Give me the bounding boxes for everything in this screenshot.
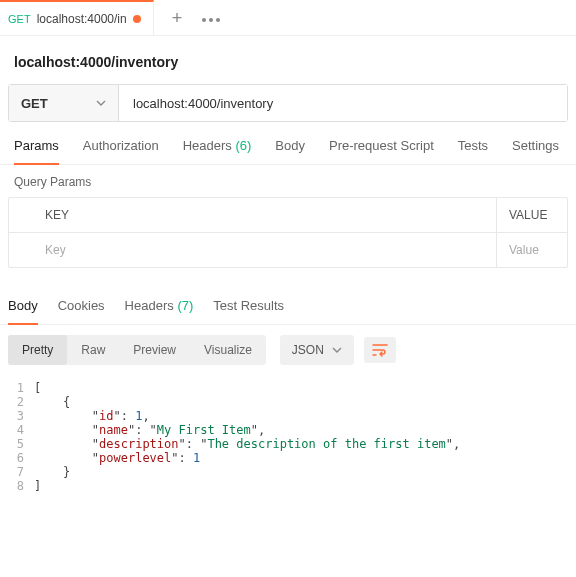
- method-label: GET: [21, 96, 48, 111]
- request-title[interactable]: localhost:4000/inventory: [0, 36, 576, 84]
- tab-tests[interactable]: Tests: [458, 138, 488, 164]
- request-tab[interactable]: GET localhost:4000/inventc: [0, 0, 154, 35]
- qp-header-key: KEY: [9, 198, 497, 232]
- view-preview[interactable]: Preview: [119, 335, 190, 365]
- tab-method-label: GET: [8, 13, 31, 25]
- qp-key-input[interactable]: Key: [9, 233, 497, 267]
- view-pretty[interactable]: Pretty: [8, 335, 67, 365]
- wrap-lines-button[interactable]: [364, 337, 396, 363]
- request-tabs: Params Authorization Headers (6) Body Pr…: [0, 122, 576, 165]
- tab-settings[interactable]: Settings: [512, 138, 559, 164]
- chevron-down-icon: [96, 100, 106, 106]
- wrap-icon: [372, 343, 388, 357]
- tab-authorization[interactable]: Authorization: [83, 138, 159, 164]
- format-select[interactable]: JSON: [280, 335, 354, 365]
- chevron-down-icon: [332, 347, 342, 353]
- resp-tab-testresults[interactable]: Test Results: [213, 298, 284, 324]
- unsaved-indicator-icon: [133, 15, 141, 23]
- tab-body[interactable]: Body: [275, 138, 305, 164]
- tab-options-button[interactable]: [202, 10, 223, 25]
- tab-params[interactable]: Params: [14, 138, 59, 165]
- new-tab-button[interactable]: +: [172, 9, 183, 27]
- resp-tab-headers[interactable]: Headers (7): [125, 298, 194, 324]
- resp-tab-cookies[interactable]: Cookies: [58, 298, 105, 324]
- query-params-heading: Query Params: [0, 165, 576, 197]
- view-mode-group: Pretty Raw Preview Visualize: [8, 335, 266, 365]
- resp-tab-body[interactable]: Body: [8, 298, 38, 325]
- url-input[interactable]: [119, 85, 567, 121]
- format-label: JSON: [292, 343, 324, 357]
- tab-strip: GET localhost:4000/inventc +: [0, 0, 576, 36]
- query-params-table: KEY VALUE Key Value: [8, 197, 568, 268]
- qp-value-input[interactable]: Value: [497, 233, 567, 267]
- tab-prerequest[interactable]: Pre-request Script: [329, 138, 434, 164]
- request-bar: GET: [8, 84, 568, 122]
- tab-title: localhost:4000/inventc: [37, 12, 127, 26]
- method-select[interactable]: GET: [9, 85, 119, 121]
- tab-headers[interactable]: Headers (6): [183, 138, 252, 164]
- response-view-bar: Pretty Raw Preview Visualize JSON: [0, 325, 576, 375]
- response-tabs: Body Cookies Headers (7) Test Results: [0, 268, 576, 325]
- qp-header-value: VALUE: [497, 198, 567, 232]
- view-raw[interactable]: Raw: [67, 335, 119, 365]
- response-body[interactable]: 1[ 2 { 3 "id": 1, 4 "name": "My First It…: [0, 375, 576, 523]
- view-visualize[interactable]: Visualize: [190, 335, 266, 365]
